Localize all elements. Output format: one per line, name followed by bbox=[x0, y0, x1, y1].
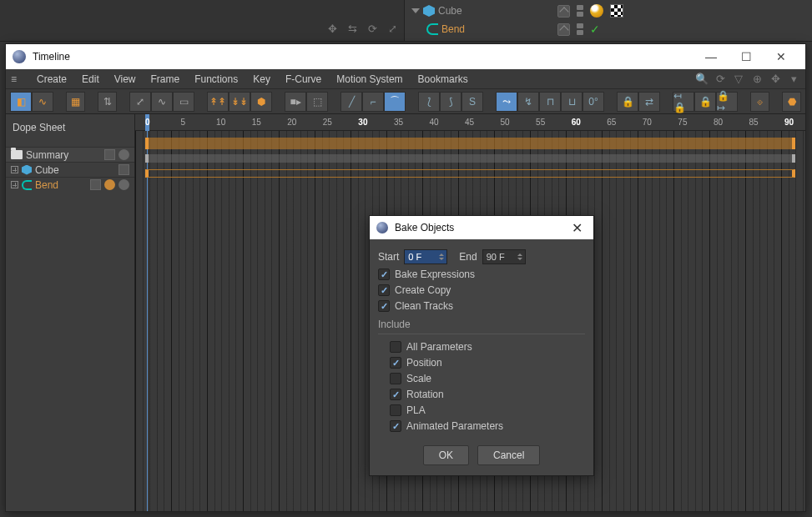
dialog-titlebar[interactable]: Bake Objects ✕ bbox=[370, 216, 593, 239]
track-row-cube[interactable]: Cube bbox=[6, 162, 134, 177]
link-icon[interactable]: ⇆ bbox=[345, 22, 359, 35]
motion-mode-button[interactable]: ▦ bbox=[66, 92, 85, 112]
track-dot-toggle[interactable] bbox=[119, 179, 129, 190]
object-row-cube[interactable]: Cube bbox=[408, 2, 809, 20]
key-record-button[interactable]: ⬢ bbox=[250, 92, 272, 112]
object-row-bend[interactable]: Bend ✓ bbox=[408, 20, 809, 38]
close-icon[interactable]: ✕ bbox=[567, 220, 587, 236]
track-dot-toggle[interactable] bbox=[119, 149, 129, 160]
expand-plus-icon[interactable] bbox=[11, 166, 18, 173]
rotation-checkbox[interactable] bbox=[390, 389, 401, 400]
move-icon[interactable]: ✥ bbox=[325, 22, 339, 35]
weighted-button[interactable]: ⊔ bbox=[561, 92, 583, 112]
uvw-tag-icon[interactable] bbox=[610, 4, 623, 18]
lock-right-button[interactable]: 🔒↦ bbox=[716, 92, 738, 112]
break-tangent-button[interactable]: ↯ bbox=[517, 92, 539, 112]
menu-bookmarks[interactable]: Bookmarks bbox=[411, 69, 476, 89]
add-icon[interactable]: ⊕ bbox=[750, 73, 764, 86]
refresh-icon[interactable]: ⟳ bbox=[714, 73, 727, 86]
animated-parameters-checkbox[interactable] bbox=[390, 420, 401, 432]
maximize-button[interactable]: ☐ bbox=[729, 44, 764, 69]
dopesheet-mode-button[interactable]: ◧ bbox=[10, 92, 32, 112]
object-name[interactable]: Cube bbox=[438, 5, 462, 17]
waveform-button[interactable]: ∿ bbox=[151, 92, 173, 112]
key-bar[interactable] bbox=[145, 138, 795, 149]
track-row-bend[interactable]: Bend bbox=[6, 177, 134, 192]
auto-tangent-button[interactable]: ⤳ bbox=[496, 92, 517, 112]
expand-triangle-icon[interactable] bbox=[411, 8, 420, 13]
track-box-toggle[interactable] bbox=[104, 149, 115, 160]
rotate-icon[interactable]: ⟳ bbox=[366, 22, 379, 35]
layer-toggle-icon[interactable] bbox=[557, 23, 570, 36]
bake-button[interactable]: ⬣ bbox=[782, 92, 801, 112]
clean-tracks-checkbox[interactable] bbox=[378, 300, 390, 312]
link-view-button[interactable]: ⇅ bbox=[98, 92, 117, 112]
key-remove-button[interactable]: ↡↡ bbox=[229, 92, 250, 112]
key-bar[interactable] bbox=[145, 169, 795, 178]
all-parameters-checkbox[interactable] bbox=[390, 341, 401, 353]
tangent-step-button[interactable]: ⌐ bbox=[362, 92, 384, 112]
pla-checkbox[interactable] bbox=[390, 404, 401, 416]
menu-fcurve[interactable]: F-Curve bbox=[278, 69, 329, 89]
position-checkbox[interactable] bbox=[390, 357, 401, 369]
ripple-button[interactable]: ⟐ bbox=[750, 92, 769, 112]
visibility-dots-icon[interactable] bbox=[577, 23, 583, 35]
ease-both-button[interactable]: S bbox=[461, 92, 483, 112]
free-tangent-button[interactable]: ⇄ bbox=[638, 92, 660, 112]
lane-cube[interactable] bbox=[135, 152, 805, 167]
collapse-icon[interactable]: ▾ bbox=[787, 73, 800, 86]
tangent-linear-button[interactable]: ╱ bbox=[340, 92, 362, 112]
key-bar[interactable] bbox=[145, 154, 795, 163]
start-field[interactable]: 0 F bbox=[404, 249, 447, 264]
snap-button[interactable]: ■▸ bbox=[285, 92, 306, 112]
material-tag-icon[interactable] bbox=[590, 4, 603, 18]
create-copy-checkbox[interactable] bbox=[378, 284, 390, 296]
menu-create[interactable]: Create bbox=[29, 69, 74, 89]
lane-summary[interactable] bbox=[135, 137, 805, 152]
menu-edit[interactable]: Edit bbox=[74, 69, 107, 89]
scale-checkbox[interactable] bbox=[390, 373, 401, 384]
hamburger-icon[interactable]: ≡ bbox=[11, 73, 24, 85]
cancel-button[interactable]: Cancel bbox=[477, 445, 540, 465]
lock-tangent-button[interactable]: 🔒 bbox=[617, 92, 638, 112]
search-icon[interactable]: 🔍 bbox=[695, 73, 709, 86]
enabled-check-icon[interactable]: ✓ bbox=[590, 23, 600, 36]
track-box-toggle[interactable] bbox=[90, 179, 101, 190]
expand-plus-icon[interactable] bbox=[11, 181, 18, 188]
lane-bend[interactable] bbox=[135, 167, 805, 182]
quantize-button[interactable]: ⬚ bbox=[306, 92, 328, 112]
window-titlebar[interactable]: Timeline — ☐ ✕ bbox=[6, 44, 805, 69]
layer-toggle-icon[interactable] bbox=[557, 5, 570, 18]
track-dot-toggle[interactable] bbox=[104, 179, 115, 190]
end-field[interactable]: 90 F bbox=[482, 249, 526, 264]
menu-view[interactable]: View bbox=[107, 69, 144, 89]
menu-motion-system[interactable]: Motion System bbox=[329, 69, 410, 89]
visibility-dots-icon[interactable] bbox=[577, 5, 583, 17]
spinner-arrows-icon[interactable] bbox=[437, 251, 446, 263]
lock-left-button[interactable]: ↤🔒 bbox=[673, 92, 694, 112]
minimize-button[interactable]: — bbox=[693, 44, 729, 69]
spinner-arrows-icon[interactable] bbox=[516, 251, 524, 263]
zero-angle-button[interactable]: 0° bbox=[583, 92, 604, 112]
filter-icon[interactable]: ▽ bbox=[732, 73, 745, 86]
menu-functions[interactable]: Functions bbox=[187, 69, 245, 89]
move-icon[interactable]: ✥ bbox=[769, 73, 782, 86]
track-summary[interactable]: Summary bbox=[6, 147, 134, 162]
close-button[interactable]: ✕ bbox=[764, 44, 799, 69]
key-add-button[interactable]: ↟↟ bbox=[207, 92, 229, 112]
fcurve-mode-button[interactable]: ∿ bbox=[32, 92, 53, 112]
frame-all-button[interactable]: ⤢ bbox=[129, 92, 151, 112]
ease-out-button[interactable]: ⟆ bbox=[440, 92, 461, 112]
track-box-toggle[interactable] bbox=[119, 164, 129, 175]
ease-in-button[interactable]: ⟅ bbox=[418, 92, 440, 112]
menu-key[interactable]: Key bbox=[245, 69, 278, 89]
object-name[interactable]: Bend bbox=[441, 23, 465, 35]
clamp-button[interactable]: ⊓ bbox=[539, 92, 561, 112]
expand-icon[interactable]: ⤢ bbox=[386, 22, 399, 35]
bake-expressions-checkbox[interactable] bbox=[378, 269, 390, 280]
region-button[interactable]: ▭ bbox=[173, 92, 194, 112]
menu-frame[interactable]: Frame bbox=[144, 69, 188, 89]
tangent-spline-button[interactable]: ⌒ bbox=[384, 92, 406, 112]
time-ruler[interactable]: 051015202530354045505560657075808590 bbox=[135, 114, 805, 131]
lock-value-button[interactable]: 🔒 bbox=[694, 92, 716, 112]
